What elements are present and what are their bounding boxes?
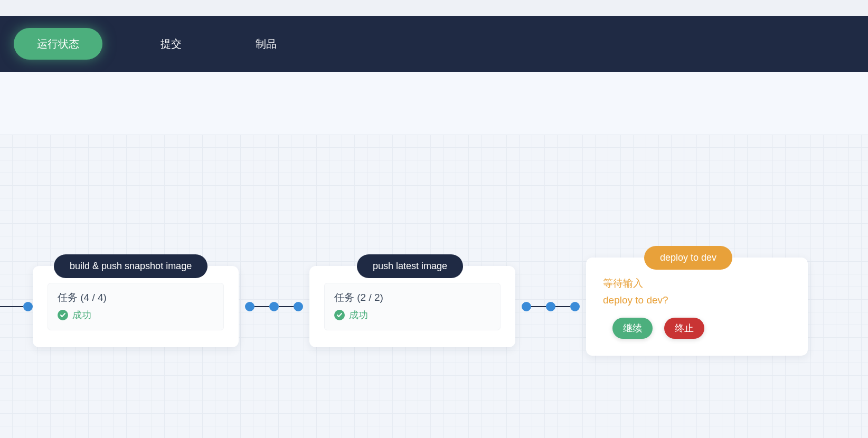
- connector: [515, 300, 586, 313]
- task-status: 成功: [334, 309, 490, 321]
- stage-push-latest[interactable]: push latest image 任务 (2 / 2) 成功: [309, 266, 515, 347]
- tab-artifact[interactable]: 制品: [240, 28, 293, 60]
- connector-dot: [269, 302, 279, 311]
- check-circle-icon: [334, 310, 345, 320]
- connector: [0, 300, 33, 313]
- stage-card: 任务 (4 / 4) 成功: [33, 266, 239, 347]
- connector-line: [254, 306, 269, 307]
- connector: [239, 300, 309, 313]
- header-tabs: 运行状态 提交 制品: [0, 16, 868, 72]
- connector-dot: [546, 302, 555, 311]
- waiting-input-label: 等待输入: [603, 277, 791, 290]
- task-title: 任务 (2 / 2): [334, 291, 490, 304]
- input-actions: 继续 终止: [603, 318, 791, 339]
- connector-dot: [245, 302, 254, 311]
- stage-build-push-snapshot[interactable]: build & push snapshot image 任务 (4 / 4) 成…: [33, 266, 239, 347]
- pipeline-row: build & push snapshot image 任务 (4 / 4) 成…: [0, 258, 808, 356]
- tab-commit[interactable]: 提交: [145, 28, 197, 60]
- stage-deploy-to-dev[interactable]: deploy to dev 等待输入 deploy to dev? 继续 终止: [586, 258, 808, 356]
- status-text: 成功: [349, 309, 368, 321]
- stage-card-input: 等待输入 deploy to dev? 继续 终止: [586, 258, 808, 356]
- pipeline-canvas[interactable]: build & push snapshot image 任务 (4 / 4) 成…: [0, 135, 868, 438]
- input-prompt: deploy to dev?: [603, 294, 791, 306]
- stage-label: push latest image: [357, 254, 463, 278]
- task-body[interactable]: 任务 (4 / 4) 成功: [48, 283, 224, 330]
- stage-card: 任务 (2 / 2) 成功: [309, 266, 515, 347]
- task-body[interactable]: 任务 (2 / 2) 成功: [324, 283, 501, 330]
- continue-button[interactable]: 继续: [612, 318, 653, 339]
- stage-label: build & push snapshot image: [54, 254, 207, 278]
- connector-dot: [23, 302, 33, 311]
- task-status: 成功: [58, 309, 214, 321]
- connector-dot: [294, 302, 303, 311]
- tab-status[interactable]: 运行状态: [14, 28, 102, 60]
- connector-line: [531, 306, 546, 307]
- stage-label: deploy to dev: [644, 246, 732, 270]
- connector-line: [555, 306, 570, 307]
- task-title: 任务 (4 / 4): [58, 291, 214, 304]
- check-circle-icon: [58, 310, 68, 320]
- connector-line: [279, 306, 294, 307]
- status-text: 成功: [72, 309, 91, 321]
- abort-button[interactable]: 终止: [664, 318, 704, 339]
- sub-header-band: [0, 72, 868, 135]
- connector-dot: [522, 302, 531, 311]
- connector-line: [0, 306, 23, 307]
- connector-dot: [570, 302, 580, 311]
